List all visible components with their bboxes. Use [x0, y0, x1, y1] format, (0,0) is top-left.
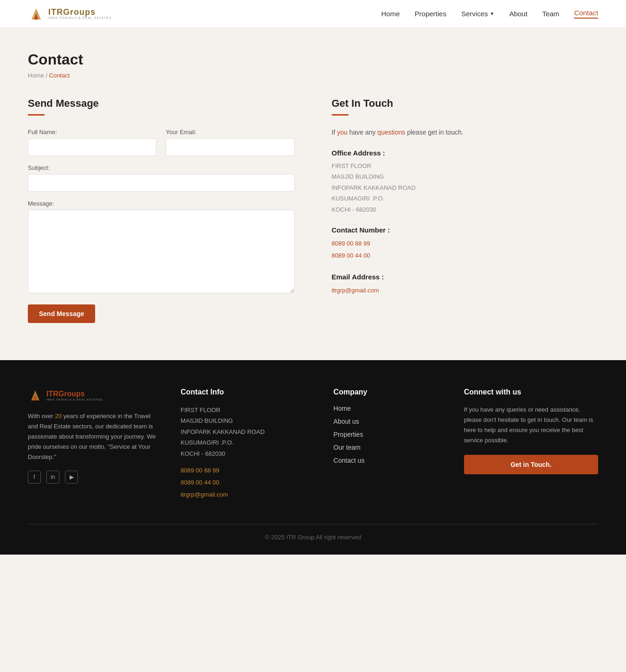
nav-home[interactable]: Home	[381, 10, 400, 18]
footer-company-title: Company	[334, 388, 445, 396]
subject-group: Subject:	[28, 164, 295, 192]
footer-contact-title: Contact Info	[181, 388, 315, 396]
footer-contact-col: Contact Info FIRST FLOOR MASJID BUILDING…	[181, 388, 315, 501]
footer-logo: ITRGroups Info Travels & Real Estates	[28, 388, 162, 403]
footer-brand-col: ITRGroups Info Travels & Real Estates Wi…	[28, 388, 162, 501]
nav-about[interactable]: About	[509, 10, 527, 18]
email-group: Your Email:	[166, 129, 294, 156]
full-name-label: Full Name:	[28, 129, 156, 136]
footer-connect-desc: If you have any queries or need assistan…	[464, 405, 598, 446]
footer-phone1[interactable]: 8089 00 88 99	[181, 465, 315, 477]
logo: ITRGroups Info Travels & Real Estates	[28, 6, 111, 22]
header: ITRGroups Info Travels & Real Estates Ho…	[0, 0, 626, 28]
footer-bottom: © 2025 ITR Group All right reserved	[28, 524, 598, 541]
address-line-5: KOCHI - 682030	[332, 204, 599, 215]
breadcrumb-home[interactable]: Home	[28, 72, 44, 79]
footer-address-1: FIRST FLOOR	[181, 405, 315, 415]
subject-label: Subject:	[28, 164, 295, 171]
email-label: Your Email:	[166, 129, 294, 136]
footer-logo-icon	[28, 388, 43, 403]
get-in-touch-intro: If you have any questions please get in …	[332, 129, 599, 136]
address-line-4: KUSUMAGIRI .P.O.	[332, 193, 599, 204]
message-group: Message:	[28, 200, 295, 293]
full-name-input[interactable]	[28, 138, 156, 156]
contact-number-label: Contact Number :	[332, 226, 599, 234]
footer-connect-col: Connect with us If you have any queries …	[464, 388, 598, 501]
footer-nav-contact[interactable]: Contact us	[334, 457, 445, 464]
address-line-3: INFOPARK KAKKANAD ROAD	[332, 182, 599, 193]
footer-grid: ITRGroups Info Travels & Real Estates Wi…	[28, 388, 598, 501]
footer-phone2[interactable]: 8089 00 44 00	[181, 477, 315, 489]
phone1-link[interactable]: 8089 00 88 99	[332, 238, 599, 250]
footer-logo-subtitle: Info Travels & Real Estates	[46, 398, 103, 401]
email-address-section: Email Address : itrgrp@gmail.com	[332, 273, 599, 297]
footer-nav-properties[interactable]: Properties	[334, 431, 445, 438]
address-line-1: FIRST FLOOR	[332, 161, 599, 171]
chevron-down-icon: ▼	[490, 11, 495, 16]
footer-nav-home[interactable]: Home	[334, 405, 445, 412]
logo-subtitle: Info Travels & Real Estates	[48, 16, 111, 19]
office-address-section: Office Address : FIRST FLOOR MASJID BUIL…	[332, 149, 599, 215]
main-nav: Home Properties Services ▼ About Team Co…	[381, 9, 598, 19]
footer-company-col: Company Home About us Properties Our tea…	[334, 388, 445, 501]
footer-address-2: MASJID BUILDING	[181, 415, 315, 426]
get-in-touch-heading: Get In Touch	[332, 97, 599, 110]
footer-logo-title: ITRGroups	[46, 390, 103, 398]
send-message-button[interactable]: Send Message	[28, 304, 95, 323]
get-in-touch-button[interactable]: Get in Touch.	[464, 455, 598, 474]
email-address-label: Email Address :	[332, 273, 599, 281]
instagram-icon[interactable]: in	[46, 471, 59, 484]
get-in-touch-section: Get In Touch If you have any questions p…	[332, 97, 599, 323]
footer-address-4: KUSUMAGIRI .P.O.	[181, 437, 315, 448]
email-link[interactable]: itrgrp@gmail.com	[332, 284, 599, 297]
breadcrumb: Home / Contact	[28, 72, 598, 79]
logo-title: ITRGroups	[48, 8, 111, 16]
phone2-link[interactable]: 8089 00 44 00	[332, 250, 599, 262]
get-in-touch-underline	[332, 114, 348, 116]
content-columns: Send Message Full Name: Your Email: Subj…	[28, 97, 598, 323]
subject-input[interactable]	[28, 174, 295, 192]
contact-number-section: Contact Number : 8089 00 88 99 8089 00 4…	[332, 226, 599, 262]
message-label: Message:	[28, 200, 295, 207]
send-message-section: Send Message Full Name: Your Email: Subj…	[28, 97, 295, 323]
copyright: © 2025 ITR Group All right reserved	[265, 534, 361, 541]
send-message-underline	[28, 114, 45, 116]
footer-email[interactable]: itrgrp@gmail.com	[181, 489, 315, 501]
full-name-group: Full Name:	[28, 129, 156, 156]
office-label: Office Address :	[332, 149, 599, 157]
logo-icon	[28, 6, 45, 22]
social-icons: f in ▶	[28, 471, 162, 484]
address-line-2: MASJID BUILDING	[332, 171, 599, 182]
facebook-icon[interactable]: f	[28, 471, 41, 484]
nav-services[interactable]: Services ▼	[461, 10, 494, 18]
footer-description: With over 20 years of experience in the …	[28, 411, 162, 462]
nav-contact[interactable]: Contact	[574, 9, 598, 19]
nav-properties[interactable]: Properties	[415, 10, 446, 18]
footer-address-5: KOCHI - 682030	[181, 448, 315, 459]
main-content: Contact Home / Contact Send Message Full…	[0, 28, 626, 360]
nav-team[interactable]: Team	[542, 10, 560, 18]
name-email-row: Full Name: Your Email:	[28, 129, 295, 156]
footer-connect-title: Connect with us	[464, 388, 598, 396]
footer-nav-our-team[interactable]: Our team	[334, 444, 445, 451]
message-textarea[interactable]	[28, 210, 295, 293]
breadcrumb-current: Contact	[49, 72, 70, 79]
send-message-heading: Send Message	[28, 97, 295, 110]
footer-nav-about[interactable]: About us	[334, 418, 445, 425]
footer: ITRGroups Info Travels & Real Estates Wi…	[0, 360, 626, 555]
youtube-icon[interactable]: ▶	[65, 471, 78, 484]
email-input[interactable]	[166, 138, 294, 156]
footer-address-3: INFOPARK KAKKANAD ROAD	[181, 426, 315, 437]
page-title: Contact	[28, 51, 598, 68]
breadcrumb-separator: /	[45, 72, 47, 79]
